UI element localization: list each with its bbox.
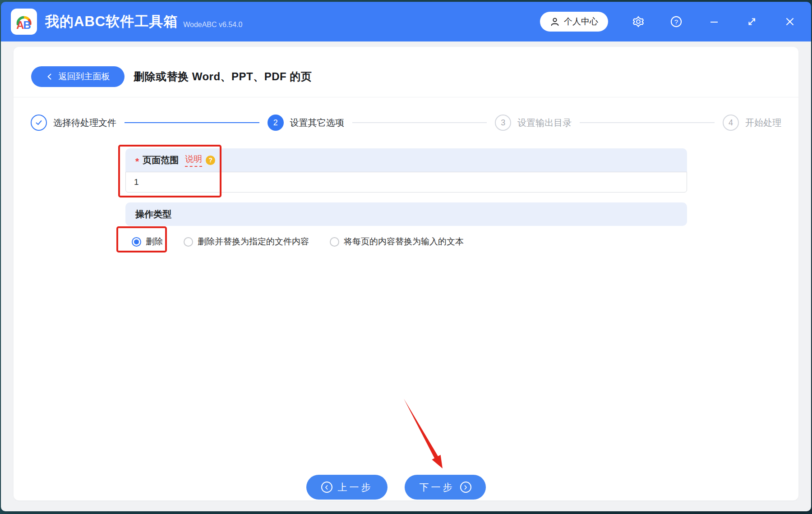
step-3-label: 设置输出目录 — [517, 117, 572, 129]
person-icon — [550, 17, 560, 27]
maximize-icon — [746, 16, 758, 28]
step-set-options: 2 设置其它选项 — [268, 115, 344, 131]
page-range-label: 页面范围 — [143, 154, 179, 166]
step-1-circle — [31, 115, 47, 131]
step-output-directory: 3 设置输出目录 — [495, 115, 572, 131]
radio-unselected-icon — [184, 237, 193, 247]
app-body: 返回到主面板 删除或替换 Word、PPT、PDF 的页 选择待处理文件 2 — [1, 41, 811, 511]
step-select-files: 选择待处理文件 — [31, 115, 116, 131]
app-title: 我的ABC软件工具箱 — [45, 12, 178, 31]
gear-icon — [632, 15, 645, 28]
check-icon — [35, 119, 43, 127]
next-step-label: 下一步 — [420, 481, 455, 494]
card-header: 返回到主面板 删除或替换 Word、PPT、PDF 的页 — [14, 47, 798, 97]
help-icon: ? — [670, 15, 683, 28]
circle-chevron-right-icon — [460, 482, 471, 493]
content-card: 返回到主面板 删除或替换 Word、PPT、PDF 的页 选择待处理文件 2 — [14, 47, 798, 500]
title-bar: A B 我的ABC软件工具箱 WodeABC v6.54.0 个人中心 ? — [1, 2, 811, 41]
operation-type-options: 删除 删除并替换为指定的文件内容 将每页的内容替换为输入的文本 — [125, 236, 687, 248]
back-to-dashboard-button[interactable]: 返回到主面板 — [31, 66, 125, 87]
circle-chevron-left-icon — [321, 482, 332, 493]
radio-replace-with-text[interactable]: 将每页的内容替换为输入的文本 — [330, 236, 464, 248]
page-range-input[interactable] — [125, 172, 687, 193]
radio-delete-label: 删除 — [146, 236, 163, 248]
previous-step-label: 上一步 — [338, 481, 373, 494]
app-version: WodeABC v6.54.0 — [183, 21, 242, 29]
user-center-button[interactable]: 个人中心 — [540, 12, 608, 32]
page-range-group: * 页面范围 说明 ? — [125, 148, 687, 193]
step-2-label: 设置其它选项 — [290, 117, 344, 129]
app-logo: A B — [11, 9, 37, 35]
svg-text:?: ? — [674, 18, 678, 26]
step-2-circle: 2 — [268, 115, 284, 131]
next-step-button[interactable]: 下一步 — [405, 475, 486, 500]
step-start-processing: 4 开始处理 — [723, 115, 781, 131]
radio-delete[interactable]: 删除 — [132, 236, 163, 248]
step-3-circle: 3 — [495, 115, 511, 131]
annotation-arrow — [397, 394, 451, 475]
close-button[interactable] — [782, 14, 798, 29]
previous-step-button[interactable]: 上一步 — [306, 475, 388, 500]
page-range-help-link[interactable]: 说明 — [185, 153, 202, 167]
maximize-button[interactable] — [744, 14, 760, 29]
step-connector — [125, 122, 259, 123]
app-window: A B 我的ABC软件工具箱 WodeABC v6.54.0 个人中心 ? — [1, 2, 811, 511]
page-title: 删除或替换 Word、PPT、PDF 的页 — [134, 69, 312, 84]
chevron-left-icon — [46, 73, 53, 80]
close-icon — [784, 16, 796, 28]
svg-text:B: B — [23, 19, 31, 31]
step-connector — [352, 122, 487, 123]
abc-logo-icon: A B — [14, 11, 34, 32]
radio-delete-replace-file[interactable]: 删除并替换为指定的文件内容 — [184, 236, 309, 248]
help-button[interactable]: ? — [669, 14, 684, 29]
options-form: * 页面范围 说明 ? 操作类型 删除 — [125, 148, 687, 248]
minimize-icon — [709, 16, 720, 27]
operation-type-label: 操作类型 — [135, 208, 171, 220]
operation-type-header: 操作类型 — [125, 202, 687, 226]
user-center-label: 个人中心 — [564, 16, 598, 28]
radio-replace-with-text-label: 将每页的内容替换为输入的文本 — [344, 236, 464, 248]
required-mark: * — [135, 156, 139, 167]
minimize-button[interactable] — [706, 14, 722, 29]
wizard-footer: 上一步 下一步 — [4, 475, 789, 500]
back-button-label: 返回到主面板 — [59, 71, 110, 83]
step-4-label: 开始处理 — [745, 117, 781, 129]
step-1-label: 选择待处理文件 — [53, 117, 116, 129]
stepper: 选择待处理文件 2 设置其它选项 3 设置输出目录 4 开始处理 — [31, 115, 781, 131]
operation-type-group: 操作类型 删除 删除并替换为指定的文件内容 将每页的 — [125, 202, 687, 248]
settings-button[interactable] — [631, 14, 646, 29]
radio-delete-replace-file-label: 删除并替换为指定的文件内容 — [198, 236, 309, 248]
radio-unselected-icon — [330, 237, 339, 247]
step-connector — [580, 122, 715, 123]
step-4-circle: 4 — [723, 115, 739, 131]
radio-selected-icon — [132, 237, 141, 247]
page-range-header: * 页面范围 说明 ? — [125, 148, 687, 172]
question-badge-icon[interactable]: ? — [206, 156, 215, 165]
